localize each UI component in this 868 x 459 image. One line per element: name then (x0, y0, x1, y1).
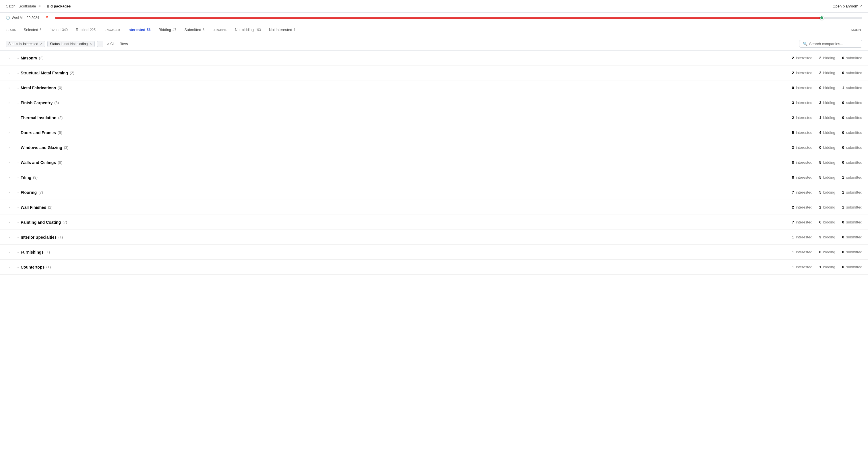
row-count: (2) (70, 71, 74, 75)
expand-icon[interactable]: › (6, 220, 12, 224)
external-link-icon: ↗ (860, 4, 862, 8)
search-icon: 🔍 (803, 41, 807, 46)
stat-interested: 8 interested (792, 160, 812, 165)
table-row[interactable]: › ··· Thermal Insulation (2) 2 intereste… (0, 110, 868, 125)
more-options-icon[interactable]: ··· (14, 145, 21, 150)
expand-icon[interactable]: › (6, 205, 12, 209)
table-row[interactable]: › ··· Wall Finishes (2) 2 interested 2 b… (0, 200, 868, 215)
tab-label: Bidding (159, 28, 171, 32)
expand-icon[interactable]: › (6, 146, 12, 150)
table-row[interactable]: › ··· Walls and Ceilings (8) 8 intereste… (0, 155, 868, 170)
tab-label: Submitted (184, 28, 201, 32)
tabs-section: LEADS Selected6Invited349Replied225 ENGA… (0, 23, 868, 37)
open-planroom-button[interactable]: Open planroom ↗ (832, 4, 862, 8)
tab-badge: 349 (62, 28, 68, 32)
top-bar: Catch · Scottsdale ✏ › Bid packages Open… (0, 0, 868, 12)
stat-submitted: 0 submitted (842, 265, 862, 269)
more-options-icon[interactable]: ··· (14, 71, 21, 75)
tab-not-bidding[interactable]: Not bidding193 (231, 23, 265, 37)
more-options-icon[interactable]: ··· (14, 220, 21, 225)
search-companies[interactable]: 🔍 (799, 40, 862, 48)
expand-icon[interactable]: › (6, 101, 12, 105)
table-row[interactable]: › ··· Interior Specialties (1) 1 interes… (0, 230, 868, 245)
tab-invited[interactable]: Invited349 (45, 23, 72, 37)
stat-bidding: 1 bidding (819, 265, 835, 269)
more-options-icon[interactable]: ··· (14, 131, 21, 135)
table-row[interactable]: › ··· Windows and Glazing (3) 3 interest… (0, 140, 868, 155)
tab-interested[interactable]: Interested56 (123, 23, 155, 37)
stat-interested: 3 interested (792, 101, 812, 105)
table-row[interactable]: › ··· Structural Metal Framing (2) 2 int… (0, 65, 868, 80)
more-options-icon[interactable]: ··· (14, 115, 21, 120)
tab-replied[interactable]: Replied225 (72, 23, 100, 37)
stat-bidding: 4 bidding (819, 131, 835, 135)
expand-icon[interactable]: › (6, 191, 12, 195)
row-name: Walls and Ceilings (8) (21, 160, 792, 165)
clear-filters-button[interactable]: ✕ Clear filters (107, 42, 128, 46)
stat-interested: 8 interested (792, 175, 812, 179)
stat-bidding: 2 bidding (819, 71, 835, 75)
more-options-icon[interactable]: ··· (14, 175, 21, 180)
stat-bidding: 6 bidding (819, 220, 835, 224)
table-row[interactable]: › ··· Finish Carpentry (3) 3 interested … (0, 95, 868, 110)
row-name: Finish Carpentry (3) (21, 101, 792, 105)
expand-icon[interactable]: › (6, 235, 12, 239)
search-input[interactable] (809, 41, 859, 46)
expand-icon[interactable]: › (6, 175, 12, 179)
stat-submitted: 0 submitted (842, 71, 862, 75)
more-options-icon[interactable]: ··· (14, 205, 21, 210)
more-options-icon[interactable]: ··· (14, 101, 21, 105)
table-row[interactable]: › ··· Tiling (8) 8 interested 5 bidding … (0, 170, 868, 185)
stat-interested: 0 interested (792, 86, 812, 90)
more-options-icon[interactable]: ··· (14, 265, 21, 269)
expand-icon[interactable]: › (6, 161, 12, 165)
stat-interested: 2 interested (792, 115, 812, 120)
table-row[interactable]: › ··· Painting and Coating (7) 7 interes… (0, 215, 868, 230)
filters-bar: Status is Interested ✕ Status is not Not… (0, 37, 868, 51)
row-count: (3) (64, 145, 69, 150)
progress-handle[interactable] (820, 16, 824, 20)
tab-selected[interactable]: Selected6 (20, 23, 45, 37)
row-count: (7) (63, 220, 67, 224)
edit-icon[interactable]: ✏ (38, 4, 41, 8)
table-row[interactable]: › ··· Doors and Frames (5) 5 interested … (0, 125, 868, 140)
table-row[interactable]: › ··· Metal Fabrications (0) 0 intereste… (0, 80, 868, 95)
table-row[interactable]: › ··· Furnishings (1) 1 interested 0 bid… (0, 245, 868, 260)
row-stats: 1 interested 3 bidding 0 submitted (792, 235, 862, 239)
table-row[interactable]: › ··· Countertops (1) 1 interested 1 bid… (0, 260, 868, 275)
filter1-label: Status (8, 42, 18, 46)
more-options-icon[interactable]: ··· (14, 160, 21, 165)
row-name: Tiling (8) (21, 175, 792, 180)
row-stats: 2 interested 2 bidding 1 submitted (792, 205, 862, 209)
stat-interested: 1 interested (792, 265, 812, 269)
add-filter-button[interactable]: + (97, 41, 103, 47)
tab-submitted[interactable]: Submitted6 (180, 23, 208, 37)
more-options-icon[interactable]: ··· (14, 250, 21, 255)
expand-icon[interactable]: › (6, 250, 12, 254)
row-stats: 8 interested 5 bidding 0 submitted (792, 160, 862, 165)
row-stats: 1 interested 1 bidding 0 submitted (792, 265, 862, 269)
more-options-icon[interactable]: ··· (14, 235, 21, 239)
row-count: (7) (38, 190, 43, 195)
more-options-icon[interactable]: ··· (14, 56, 21, 60)
tab-badge: 6 (40, 28, 42, 32)
tab-badge: 6 (203, 28, 205, 32)
tab-bidding[interactable]: Bidding47 (155, 23, 181, 37)
tab-not-interested[interactable]: Not interested1 (265, 23, 300, 37)
table-row[interactable]: › ··· Flooring (7) 7 interested 5 biddin… (0, 185, 868, 200)
expand-icon[interactable]: › (6, 71, 12, 75)
expand-icon[interactable]: › (6, 86, 12, 90)
expand-icon[interactable]: › (6, 131, 12, 135)
expand-icon[interactable]: › (6, 265, 12, 269)
more-options-icon[interactable]: ··· (14, 190, 21, 195)
filter2-close[interactable]: ✕ (90, 42, 92, 46)
more-options-icon[interactable]: ··· (14, 86, 21, 90)
expand-icon[interactable]: › (6, 116, 12, 120)
row-stats: 2 interested 2 bidding 0 submitted (792, 56, 862, 60)
filter1-close[interactable]: ✕ (40, 42, 42, 46)
table-row[interactable]: › ··· Masonry (2) 2 interested 2 bidding… (0, 51, 868, 65)
expand-icon[interactable]: › (6, 56, 12, 60)
location-icon: 📍 (45, 16, 49, 20)
row-name: Flooring (7) (21, 190, 792, 195)
row-name: Structural Metal Framing (2) (21, 71, 792, 75)
